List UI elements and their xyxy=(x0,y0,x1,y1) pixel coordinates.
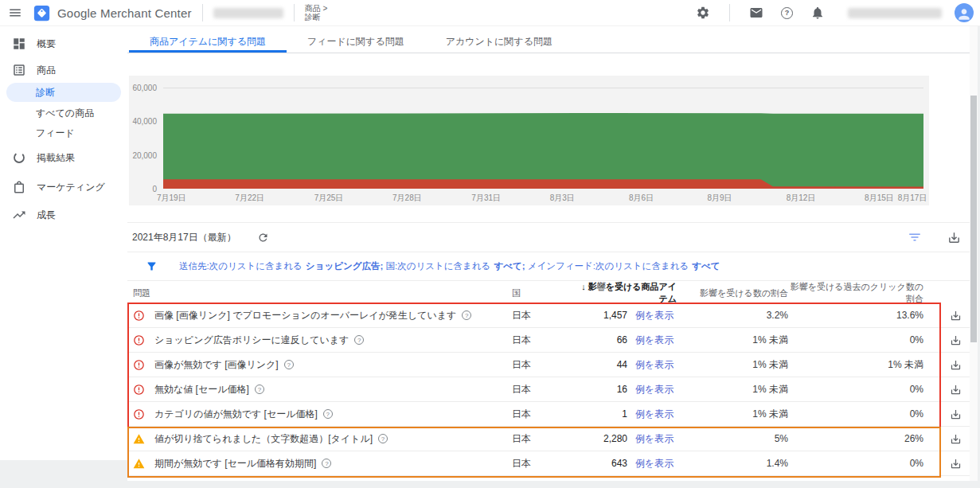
country-cell: 日本 xyxy=(510,408,573,421)
issue-tabs: 商品アイテムに関する問題 フィードに関する問題 アカウントに関する問題 xyxy=(127,31,970,53)
sidebar-item-label: 掲載結果 xyxy=(37,151,75,165)
help-icon[interactable]: ? xyxy=(322,459,331,468)
sidebar-item-all-products[interactable]: すべての商品 xyxy=(0,102,127,124)
affected-count: 1 xyxy=(573,408,627,420)
issues-table-header: 問題 国 ↓ 影響を受ける商品アイテム 影響を受ける数の割合 影響を受ける過去の… xyxy=(127,280,970,303)
filter-list-icon[interactable] xyxy=(908,230,922,244)
affected-count: 44 xyxy=(573,359,627,370)
sidebar-item-label: フィード xyxy=(36,127,75,140)
issue-text: 値が切り捨てられました（文字数超過）[タイトル] xyxy=(154,432,373,446)
sort-descending-icon: ↓ xyxy=(581,282,588,291)
help-icon[interactable]: ? xyxy=(354,335,364,345)
y-axis-tick: 20,000 xyxy=(132,151,157,160)
filter-funnel-icon xyxy=(146,260,158,272)
page-scrollbar[interactable] xyxy=(970,26,978,481)
breadcrumb-parent[interactable]: 商品 > xyxy=(305,4,328,13)
notifications-bell-icon[interactable] xyxy=(810,6,825,20)
show-examples-link[interactable]: 例を表示 xyxy=(627,432,677,446)
sidebar-item-label: マーケティング xyxy=(37,181,105,194)
x-axis-tick: 8月3日 xyxy=(550,193,575,204)
column-header-clicks-ratio: 影響を受ける過去のクリック数の割合 xyxy=(788,281,923,305)
issue-text: 画像が無効です [画像リンク] xyxy=(154,358,279,372)
sidebar-item-growth[interactable]: 成長 xyxy=(0,204,127,226)
download-icon[interactable] xyxy=(947,231,961,244)
app-logo[interactable]: Google Merchant Center xyxy=(33,5,192,21)
settings-gear-icon[interactable] xyxy=(696,6,710,20)
sidebar-item-overview[interactable]: 概要 xyxy=(0,33,127,55)
help-icon[interactable]: ? xyxy=(781,7,793,19)
scrollbar-thumb[interactable] xyxy=(970,96,977,342)
sidebar-item-performance[interactable]: 掲載結果 xyxy=(0,146,127,169)
affected-count: 1,457 xyxy=(573,310,627,321)
column-header-affected-items[interactable]: ↓ 影響を受ける商品アイテム xyxy=(573,281,677,305)
sidebar-item-feeds[interactable]: フィード xyxy=(0,122,127,144)
sidebar-item-diagnostics[interactable]: 診断 xyxy=(6,83,121,102)
issue-text: 期間が無効です [セール価格有効期間] xyxy=(154,457,316,470)
issue-text: ショッピング広告ポリシーに違反しています xyxy=(154,334,349,347)
sidebar-item-marketing[interactable]: マーケティング xyxy=(0,176,127,198)
table-row: 無効な値 [セール価格]? 日本 16 例を表示 1% 未満 0% xyxy=(127,377,970,402)
download-row-icon[interactable] xyxy=(950,408,962,420)
table-row: 画像 [画像リンク] でプロモーションのオーバーレイが発生しています? 日本 1… xyxy=(127,303,970,328)
download-row-icon[interactable] xyxy=(950,359,962,371)
issues-chart: 020,00040,00060,000 7月19日7月22日7月25日7月28日… xyxy=(129,76,929,205)
affected-count: 2,280 xyxy=(573,433,627,444)
download-row-icon[interactable] xyxy=(950,384,962,396)
filter-text: 送信先:次のリストに含まれるショッピング広告; 国:次のリストに含まれるすべて;… xyxy=(179,260,720,272)
x-axis-tick: 7月31日 xyxy=(471,193,501,204)
table-row: 画像が無効です [画像リンク]? 日本 44 例を表示 1% 未満 1% 未満 xyxy=(127,353,970,377)
x-axis-tick: 8月12日 xyxy=(787,193,816,204)
list-icon xyxy=(12,63,26,77)
download-row-icon[interactable] xyxy=(950,310,962,322)
filter-label: 国:次のリストに含まれる xyxy=(386,261,491,271)
show-examples-link[interactable]: 例を表示 xyxy=(627,408,677,421)
sidebar-item-products[interactable]: 商品 xyxy=(0,59,127,81)
help-icon[interactable]: ? xyxy=(323,409,333,419)
show-examples-link[interactable]: 例を表示 xyxy=(627,334,677,347)
tab-account-issues[interactable]: アカウントに関する問題 xyxy=(425,31,573,53)
show-examples-link[interactable]: 例を表示 xyxy=(627,358,677,372)
menu-icon[interactable] xyxy=(8,6,22,20)
x-axis-tick: 8月6日 xyxy=(629,193,654,204)
active-filters-bar[interactable]: 送信先:次のリストに含まれるショッピング広告; 国:次のリストに含まれるすべて;… xyxy=(127,252,970,280)
tab-item-issues[interactable]: 商品アイテムに関する問題 xyxy=(129,31,287,53)
error-icon xyxy=(133,408,145,420)
clicks-ratio: 26% xyxy=(788,433,923,444)
filter-value: すべて; xyxy=(494,261,525,271)
x-axis-tick: 8月15日 xyxy=(865,193,894,204)
country-cell: 日本 xyxy=(510,309,573,322)
header-divider xyxy=(729,4,730,21)
help-icon[interactable]: ? xyxy=(255,385,264,394)
help-icon[interactable]: ? xyxy=(284,360,294,369)
refresh-icon[interactable] xyxy=(257,232,269,244)
help-icon[interactable]: ? xyxy=(378,434,388,443)
header-divider xyxy=(202,4,203,21)
issues-stacked-area-chart xyxy=(163,88,923,189)
affected-ratio: 1% 未満 xyxy=(677,408,788,421)
filter-label: メインフィード:次のリストに含まれる xyxy=(528,261,689,271)
app-header: Google Merchant Center 商品 > 診断 ? xyxy=(0,0,980,26)
sidebar: 概要 商品 診断 すべての商品 フィード 掲載結果 マーケティング 成長 xyxy=(0,26,127,460)
x-axis-tick: 7月22日 xyxy=(235,193,264,204)
merchant-center-logo-icon xyxy=(33,5,50,21)
download-row-icon[interactable] xyxy=(950,334,962,346)
dashboard-icon xyxy=(12,37,26,51)
issues-table-body: 画像 [画像リンク] でプロモーションのオーバーレイが発生しています? 日本 1… xyxy=(127,303,970,476)
show-examples-link[interactable]: 例を表示 xyxy=(627,457,677,470)
tab-feed-issues[interactable]: フィードに関する問題 xyxy=(287,31,425,53)
issue-text: 無効な値 [セール価格] xyxy=(154,383,249,396)
affected-ratio: 1% 未満 xyxy=(677,334,788,347)
affected-count: 643 xyxy=(573,458,627,469)
download-row-icon[interactable] xyxy=(950,433,962,445)
help-icon[interactable]: ? xyxy=(462,310,471,320)
x-axis-tick: 7月25日 xyxy=(314,193,344,204)
account-name-redacted[interactable] xyxy=(213,8,283,18)
affected-ratio: 5% xyxy=(677,433,788,444)
avatar[interactable] xyxy=(955,3,974,22)
show-examples-link[interactable]: 例を表示 xyxy=(627,383,677,396)
mail-icon[interactable] xyxy=(749,6,763,20)
affected-count: 66 xyxy=(573,334,627,346)
download-row-icon[interactable] xyxy=(950,458,962,470)
show-examples-link[interactable]: 例を表示 xyxy=(627,309,677,322)
clicks-ratio: 0% xyxy=(788,384,923,395)
